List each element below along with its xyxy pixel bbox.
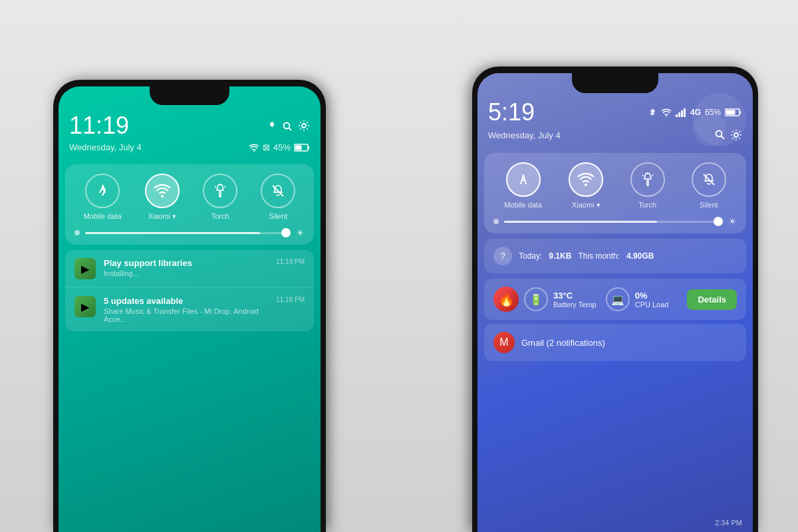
gmail-label: Gmail (2 notifications): [521, 338, 605, 348]
qs-label-silent-left: Silent: [269, 212, 288, 220]
notif-content-updates: 5 updates available Share Music & Transf…: [104, 296, 268, 323]
gmail-notification[interactable]: M Gmail (2 notifications): [484, 324, 746, 361]
qs-circle-torch-left: [203, 174, 237, 208]
phone-left-battery-pct: 45%: [273, 142, 291, 152]
notif-sub-updates: Share Music & Transfer Files - Mi Drop, …: [104, 307, 268, 323]
data-usage-icon: ?: [493, 247, 512, 265]
notif-time-updates: 11:18 PM: [276, 296, 305, 303]
bluetooth-icon-right: [648, 108, 657, 117]
svg-line-31: [652, 175, 653, 176]
qs-item-torch-left[interactable]: Torch: [203, 174, 237, 221]
qs-item-mobile-data-left[interactable]: Mobile data: [84, 174, 122, 221]
notif-content-play-support: Play support libraries Installing...: [104, 258, 268, 277]
brightness-dot-right: [493, 219, 499, 224]
silent-icon-left: [271, 184, 285, 198]
qs-item-wifi-left[interactable]: Xiaomi ▾: [145, 174, 180, 221]
svg-point-15: [666, 116, 667, 116]
cpu-load-item: 💻 0% CPU Load: [606, 287, 682, 311]
battery-temp-text: 33°C Battery Temp: [553, 291, 597, 309]
phone-right-qs-row: Mobile data Xiaomi ▾: [491, 162, 739, 209]
flame-icon: 🔥: [493, 287, 519, 312]
phone-right: 5:19: [472, 66, 758, 532]
phone-left-quick-settings: Mobile data Xiaomi ▾: [65, 164, 314, 245]
svg-marker-9: [217, 185, 223, 197]
bg-circle-2: [693, 113, 726, 146]
brightness-sun-right: ☀: [728, 216, 737, 227]
signal-icon-right: [676, 108, 686, 117]
cpu-load-text: 0% CPU Load: [635, 291, 669, 309]
qs-label-silent-right: Silent: [700, 201, 718, 209]
notif-icon-play-support: ▶: [74, 258, 96, 279]
data-month-label: This month:: [578, 251, 620, 261]
data-usage-row: ? Today: 9.1KB This month: 4.90GB: [484, 239, 746, 273]
svg-point-27: [585, 184, 587, 186]
svg-point-0: [270, 122, 274, 126]
wifi-icon-left: [249, 144, 259, 152]
battery-temp-label: Battery Temp: [553, 301, 597, 309]
svg-point-1: [284, 123, 290, 129]
qs-item-wifi-right[interactable]: Xiaomi ▾: [569, 162, 603, 209]
qs-circle-wifi-right: [569, 162, 603, 197]
battery-temp-icon: 🔋: [524, 287, 548, 311]
qs-item-silent-left[interactable]: Silent: [261, 174, 295, 221]
settings-icon-left[interactable]: [298, 120, 310, 132]
phone-left-date: Wednesday, July 4: [69, 142, 142, 152]
qs-circle-wifi-left: [145, 174, 180, 208]
brightness-handle-left[interactable]: [281, 228, 291, 237]
svg-rect-16: [676, 114, 678, 117]
mobile-data-icon-left: [95, 184, 110, 198]
location-icon: [266, 121, 278, 130]
phone-right-bottom-time: 2:34 PM: [715, 519, 742, 527]
svg-point-8: [161, 195, 164, 198]
phone-left-qs-row: Mobile data Xiaomi ▾: [72, 174, 307, 221]
phone-left-time: 11:19: [69, 112, 129, 140]
qs-item-mobile-data-right[interactable]: Mobile data: [504, 162, 542, 209]
notif-updates[interactable]: ▶ 5 updates available Share Music & Tran…: [65, 288, 314, 331]
search-icon-left[interactable]: [282, 121, 294, 130]
battery-cpu-row: 🔥 🔋 33°C Battery Temp 💻 0% CPU Load De: [484, 279, 746, 320]
phone-left-date-bar: Wednesday, July 4 ⊠ 45%: [59, 142, 321, 160]
scene: 11:19 Wednesday, July 4: [0, 0, 798, 532]
svg-point-4: [253, 150, 255, 151]
details-button[interactable]: Details: [687, 289, 737, 310]
brightness-handle-right[interactable]: [714, 217, 723, 226]
notif-title-play-support: Play support libraries: [104, 258, 268, 268]
qs-label-wifi-left: Xiaomi ▾: [148, 212, 176, 221]
phone-left: 11:19 Wednesday, July 4: [53, 80, 326, 532]
phone-right-time: 5:19: [488, 98, 535, 126]
svg-line-2: [289, 128, 293, 131]
brightness-fill-right: [504, 221, 657, 223]
phone-right-quick-settings: Mobile data Xiaomi ▾: [484, 153, 746, 233]
qs-label-torch-right: Torch: [638, 201, 656, 209]
battery-temp-value: 33°C: [553, 291, 597, 301]
phone-left-brightness[interactable]: ☀: [72, 227, 307, 238]
qs-item-torch-right[interactable]: Torch: [630, 162, 665, 209]
qs-circle-mobile-data-right: [506, 162, 541, 197]
torch-icon-left: [213, 184, 227, 198]
brightness-bar-left[interactable]: [85, 232, 291, 234]
phone-right-notch: [572, 73, 658, 93]
svg-rect-18: [681, 110, 683, 117]
data-today-value: 9.1KB: [549, 251, 571, 261]
torch-icon-right: [640, 172, 655, 187]
cpu-load-value: 0%: [635, 291, 669, 301]
phone-left-status-icons: [266, 120, 310, 132]
notif-icon-updates: ▶: [74, 296, 96, 317]
notif-play-support[interactable]: ▶ Play support libraries Installing... 1…: [65, 250, 314, 288]
svg-rect-19: [684, 108, 686, 117]
qs-item-silent-right[interactable]: Silent: [692, 162, 726, 209]
brightness-dot-left: [74, 230, 80, 235]
svg-line-30: [642, 175, 644, 176]
phone-right-brightness[interactable]: ☀: [491, 216, 739, 227]
qs-label-mobile-data-left: Mobile data: [84, 212, 122, 220]
svg-point-3: [302, 124, 306, 128]
qs-circle-silent-left: [261, 174, 295, 208]
notif-title-updates: 5 updates available: [104, 296, 268, 306]
qs-label-wifi-right: Xiaomi ▾: [572, 201, 600, 209]
phone-left-battery-crossed: ⊠: [263, 142, 270, 152]
svg-rect-7: [295, 145, 302, 150]
brightness-bar-right[interactable]: [504, 221, 723, 223]
silent-icon-right: [702, 172, 716, 187]
gmail-icon: M: [493, 332, 515, 353]
notif-time-play-support: 11:19 PM: [276, 258, 305, 265]
